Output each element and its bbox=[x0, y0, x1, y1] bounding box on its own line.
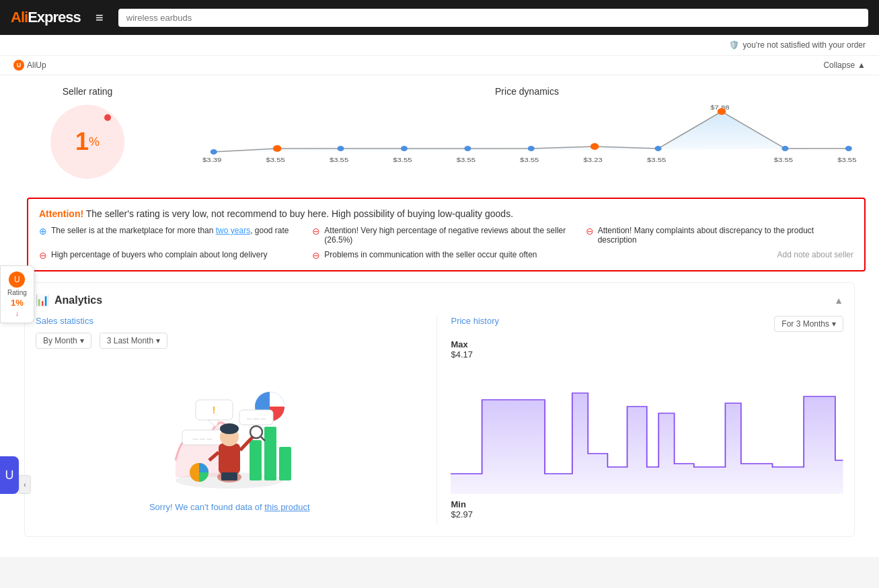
analytics-title-group: 📊 Analytics bbox=[36, 294, 102, 306]
attention-item-text-2: Attention! Very high percentage of negat… bbox=[324, 226, 580, 245]
floating-rating-arrow: ↓ bbox=[15, 309, 20, 317]
attention-prefix: Attention! bbox=[39, 208, 83, 219]
attention-item-text-4: High percentage of buyers who complain a… bbox=[51, 250, 268, 259]
rating-circle: 1 % bbox=[50, 105, 124, 179]
last-month-label: 3 Last Month bbox=[107, 336, 153, 345]
aliup-badge: U AliUp bbox=[13, 60, 46, 71]
floating-rating-value: 1% bbox=[11, 298, 24, 308]
search-input[interactable] bbox=[118, 9, 868, 27]
analytics-icon: 📊 bbox=[36, 294, 49, 306]
by-month-filter[interactable]: By Month ▾ bbox=[36, 333, 91, 349]
for-months-filter[interactable]: For 3 Months ▾ bbox=[774, 316, 843, 332]
sales-stats-panel: Sales statistics By Month ▾ 3 Last Month… bbox=[36, 316, 423, 526]
svg-text:$3.55: $3.55 bbox=[266, 157, 285, 163]
svg-point-13 bbox=[338, 146, 344, 151]
aliup-bar: U AliUp Collapse ▲ bbox=[0, 56, 879, 75]
svg-text:$3.55: $3.55 bbox=[457, 157, 476, 163]
price-dynamics-block: Price dynamics bbox=[188, 86, 866, 179]
svg-point-15 bbox=[464, 146, 471, 151]
price-max-group: Max $4.17 bbox=[451, 339, 843, 360]
notification-text: you're not satisfied with your order bbox=[743, 40, 866, 50]
price-history-svg bbox=[451, 360, 843, 494]
analytics-body: Sales statistics By Month ▾ 3 Last Month… bbox=[36, 316, 843, 526]
collapse-button[interactable]: Collapse ▲ bbox=[823, 60, 866, 70]
attention-items: ⊕ The seller is at the marketplace for m… bbox=[39, 226, 853, 261]
header: AliExpress ≡ bbox=[0, 0, 879, 35]
attention-item-negative-4: ⊖ Problems in communication with the sel… bbox=[312, 250, 580, 261]
svg-rect-37 bbox=[219, 444, 240, 474]
by-month-chevron: ▾ bbox=[80, 336, 84, 345]
minus-icon-1: ⊖ bbox=[312, 226, 320, 237]
two-years-link[interactable]: two years bbox=[216, 226, 250, 235]
minus-icon-3: ⊖ bbox=[39, 250, 47, 261]
for-months-label: For 3 Months bbox=[781, 319, 829, 329]
attention-item-negative-2: ⊖ Attention! Many complaints about discr… bbox=[586, 226, 853, 245]
seller-info-section: Seller rating 1 % Price dynamics bbox=[0, 75, 879, 190]
analytics-collapse-icon[interactable]: ▲ bbox=[834, 295, 843, 306]
svg-rect-44 bbox=[221, 472, 237, 480]
for-months-chevron: ▾ bbox=[832, 319, 836, 329]
floating-panel-button[interactable]: U bbox=[0, 456, 19, 494]
analytics-section: 📊 Analytics ▲ Sales statistics By Month … bbox=[24, 282, 855, 537]
last-month-chevron: ▾ bbox=[156, 336, 160, 345]
sorry-illustration: ! — — — — — — bbox=[162, 373, 297, 494]
rating-percent: % bbox=[89, 135, 100, 149]
price-history-label: Price history bbox=[451, 316, 499, 333]
price-history-chart bbox=[451, 360, 843, 494]
attention-item-text-1: The seller is at the marketplace for mor… bbox=[51, 226, 289, 235]
floating-rating-label: Rating bbox=[7, 289, 27, 296]
this-product-link[interactable]: this product bbox=[264, 502, 309, 512]
sales-stats-label: Sales statistics bbox=[36, 316, 423, 326]
price-dynamics-title: Price dynamics bbox=[188, 86, 866, 97]
attention-message: The seller's rating is very low, not rec… bbox=[86, 208, 513, 219]
attention-wrapper: ➨ Attention! The seller's rating is very… bbox=[0, 198, 879, 271]
seller-rating-block: Seller rating 1 % bbox=[13, 86, 161, 179]
notification-icon: 🛡️ bbox=[729, 40, 739, 50]
chevron-up-icon: ▲ bbox=[857, 60, 866, 70]
price-min-group: Min $2.97 bbox=[451, 499, 843, 519]
aliexpress-logo: AliExpress bbox=[11, 9, 81, 26]
rating-dot bbox=[104, 114, 111, 121]
content-area: 🛡️ you're not satisfied with your order … bbox=[0, 35, 879, 557]
attention-title: Attention! The seller's rating is very l… bbox=[39, 208, 853, 219]
svg-text:$3.23: $3.23 bbox=[584, 157, 603, 163]
price-history-panel: Price history For 3 Months ▾ Max $4.17 bbox=[436, 316, 843, 526]
plus-icon: ⊕ bbox=[39, 226, 47, 237]
aliup-label: AliUp bbox=[27, 60, 46, 70]
svg-text:$3.55: $3.55 bbox=[330, 157, 349, 163]
attention-item-negative-1: ⊖ Attention! Very high percentage of neg… bbox=[312, 226, 580, 245]
notification-bar: 🛡️ you're not satisfied with your order bbox=[0, 35, 879, 56]
seller-rating-title: Seller rating bbox=[13, 86, 161, 97]
floating-rating-icon: U bbox=[9, 271, 25, 288]
attention-box: Attention! The seller's rating is very l… bbox=[27, 198, 866, 271]
collapse-label: Collapse bbox=[823, 60, 855, 70]
svg-point-19 bbox=[273, 145, 282, 152]
svg-rect-25 bbox=[250, 440, 262, 480]
menu-icon[interactable]: ≡ bbox=[89, 7, 110, 28]
floating-collapse-button[interactable]: ‹ bbox=[19, 475, 31, 494]
analytics-header: 📊 Analytics ▲ bbox=[36, 294, 843, 306]
svg-point-20 bbox=[590, 143, 599, 150]
last-month-filter[interactable]: 3 Last Month ▾ bbox=[100, 333, 167, 349]
price-chart: $3.39 $3.55 $3.55 $3.55 $3.55 $3.55 $3.2… bbox=[188, 105, 866, 172]
attention-item-text-3: Attention! Many complaints about discrep… bbox=[598, 226, 853, 245]
analytics-title-text: Analytics bbox=[54, 294, 102, 306]
svg-text:$3.39: $3.39 bbox=[202, 157, 222, 163]
svg-point-16 bbox=[528, 146, 535, 151]
svg-point-23 bbox=[845, 146, 852, 151]
svg-point-11 bbox=[211, 149, 217, 155]
add-note-seller[interactable]: Add note about seller bbox=[586, 250, 853, 261]
attention-item-text-5: Problems in communication with the selle… bbox=[324, 250, 537, 259]
svg-rect-26 bbox=[264, 427, 276, 480]
sorry-placeholder: ! — — — — — — bbox=[36, 360, 423, 526]
svg-point-21 bbox=[718, 108, 726, 115]
svg-text:— — —: — — — bbox=[193, 435, 212, 442]
rating-value: 1 bbox=[75, 128, 89, 156]
floating-rating-widget: U Rating 1% ↓ bbox=[0, 265, 34, 323]
filter-row: By Month ▾ 3 Last Month ▾ bbox=[36, 333, 423, 349]
svg-text:$3.55: $3.55 bbox=[837, 157, 857, 163]
svg-point-18 bbox=[655, 146, 662, 151]
svg-point-39 bbox=[220, 423, 239, 434]
price-chart-svg: $3.39 $3.55 $3.55 $3.55 $3.55 $3.55 $3.2… bbox=[188, 105, 866, 172]
attention-item-positive: ⊕ The seller is at the marketplace for m… bbox=[39, 226, 307, 245]
